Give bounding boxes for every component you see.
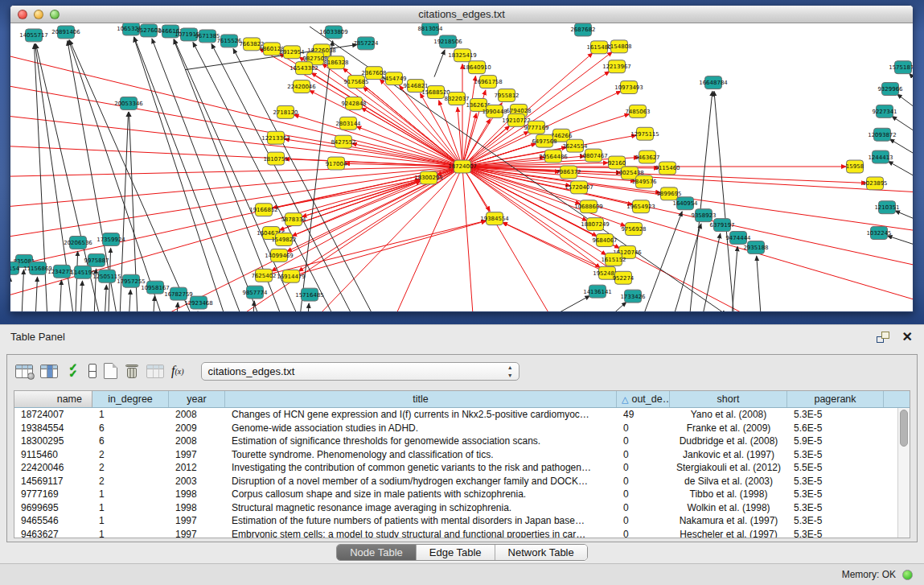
float-panel-icon[interactable] [877,332,889,343]
graph-node[interactable]: 2935188 [743,241,768,253]
tab-edge-table[interactable]: Edge Table [417,545,495,560]
selection-mode-icon[interactable]: ✓✓ [65,365,81,377]
table-row[interactable]: 946362711997Embryonic stem cells: a mode… [14,528,910,538]
tab-network-table[interactable]: Network Table [495,545,587,560]
graph-node[interactable]: 1849576 [631,175,656,188]
graph-node[interactable]: 9175685 [343,76,368,89]
graph-node[interactable]: 12213967 [602,60,631,73]
graph-node[interactable]: 12093872 [868,128,897,141]
table-row[interactable]: 1938455462009Genome-wide association stu… [14,422,910,435]
table-settings-icon[interactable] [15,365,33,378]
graph-node[interactable]: 9777169 [524,121,548,134]
graph-node[interactable]: 15958 [846,160,864,173]
column-chooser-icon[interactable] [40,365,58,378]
graph-node[interactable]: 20891406 [51,26,80,39]
close-window-button[interactable] [18,10,27,19]
graph-node[interactable]: 18640910 [462,61,491,74]
table-row[interactable]: 911546021997Tourette syndrome. Phenomeno… [14,448,910,462]
graph-node[interactable]: 7986372 [556,166,581,179]
graph-node[interactable]: 3624554 [562,139,588,152]
graph-node[interactable]: 9684067 [592,234,617,247]
graph-node[interactable]: 17359924 [97,233,125,246]
graph-node[interactable]: 1810755 [263,152,288,165]
graph-node[interactable]: 16648784 [699,76,728,89]
new-table-icon[interactable] [104,363,117,379]
scrollbar-thumb[interactable] [900,410,908,447]
graph-node[interactable]: 7485063 [625,105,650,117]
graph-node[interactable]: 1154808 [606,40,631,53]
table-row[interactable]: 1872400712008Changes of HCN gene express… [14,408,910,422]
graph-node[interactable]: 1032245 [866,227,891,240]
column-header-year[interactable]: year [169,391,225,407]
graph-node[interactable]: 6379197 [709,219,734,232]
graph-node[interactable]: 12213363 [261,131,290,144]
graph-node[interactable]: 9329966 [877,83,902,96]
graph-node[interactable]: 18325419 [448,49,477,62]
table-row[interactable]: 946554611997Estimation of the future num… [14,514,910,528]
graph-node[interactable]: 9756928 [621,223,646,236]
graph-node[interactable]: 22420046 [287,80,316,93]
network-canvas[interactable]: 1872400718300295193845547663822986012889… [10,23,913,311]
column-header-title[interactable]: title [225,391,617,407]
graph-node[interactable]: 1145190 [70,266,95,278]
graph-node[interactable]: 16961758 [474,76,503,89]
graph-node[interactable]: 7955812 [494,89,519,102]
table-row[interactable]: 1830029562008Estimation of significance … [14,435,910,448]
graph-node[interactable]: 19166852 [249,204,278,216]
graph-node[interactable]: 1023895 [862,177,887,190]
graph-node[interactable]: 16914479 [277,270,306,282]
graph-node[interactable]: 9227341 [872,105,897,117]
graph-node[interactable]: 1615152 [601,253,626,266]
column-header-pagerank[interactable]: pagerank [787,391,884,407]
vertical-scrollbar[interactable] [897,408,910,538]
graph-node[interactable]: 1210351 [874,201,899,214]
graph-node[interactable]: 7615526 [216,35,241,47]
graph-node[interactable]: 19654923 [626,200,655,213]
graph-node[interactable]: 952274 [613,271,634,284]
graph-node[interactable]: 9115460 [655,162,680,175]
graph-node[interactable]: 8912954 [279,46,305,59]
graph-node[interactable]: 12975115 [630,127,659,140]
row-height-icon[interactable] [88,364,97,378]
graph-node[interactable]: 9857774 [242,286,268,299]
graph-node[interactable]: 20206536 [64,237,92,249]
graph-node[interactable]: 14055717 [19,29,48,42]
graph-node[interactable]: 2718120 [273,105,298,118]
window-titlebar[interactable]: citations_edges.txt [10,6,913,23]
column-header-name[interactable]: name [14,391,92,407]
graph-node[interactable]: 10688609 [574,200,603,213]
graph-node[interactable]: 1990448 [482,105,507,117]
column-header-out_de[interactable]: △out_de… [617,391,670,407]
graph-node[interactable]: 12923468 [184,296,213,309]
graph-node[interactable]: 8427552 [331,135,355,148]
minimize-window-button[interactable] [34,10,43,19]
citation-graph[interactable]: 1872400718300295193845547663822986012889… [10,23,913,311]
graph-node[interactable]: 9358923 [691,209,716,222]
graph-node[interactable]: 5878334 [281,213,306,226]
graph-node[interactable]: 917004 [326,157,347,170]
close-panel-icon[interactable]: ✕ [902,332,913,343]
graph-node[interactable]: 6497568 [532,134,556,147]
graph-node[interactable]: 9463627 [634,150,659,163]
graph-node[interactable]: 19218506 [433,35,462,48]
graph-node[interactable]: 7625402 [251,269,276,282]
tab-node-table[interactable]: Node Table [337,545,417,560]
zoom-window-button[interactable] [50,10,60,19]
graph-node[interactable]: 1549822 [271,233,296,246]
column-header-in_degree[interactable]: in_degree [92,391,169,407]
graph-node[interactable]: 9242848 [341,97,366,109]
function-builder-icon[interactable]: f(x) [171,364,184,378]
graph-node[interactable]: 1733426 [620,290,645,303]
graph-node[interactable]: 14136141 [583,285,612,298]
table-row[interactable]: 977716911998Corpus callosum shape and si… [14,488,910,501]
table-row[interactable]: 2242004622012Investigating the contribut… [14,461,910,475]
graph-node[interactable]: 15716485 [295,288,324,301]
delete-rows-icon[interactable] [125,363,139,379]
graph-node[interactable]: 20053346 [114,97,143,109]
graph-node[interactable]: 15751874 [889,61,913,74]
graph-node[interactable]: 1244413 [868,150,893,163]
table-row[interactable]: 969969511998Structural magnetic resonanc… [14,501,910,515]
table-row[interactable]: 1456911722003Disruption of a novel membe… [14,475,910,488]
graph-node[interactable]: 9975887 [84,253,109,266]
graph-node[interactable]: 2687682 [570,23,595,36]
